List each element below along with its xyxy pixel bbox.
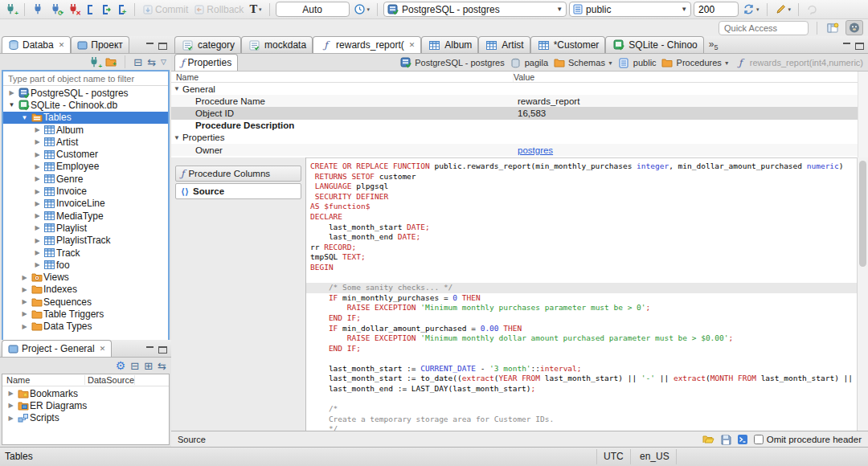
collapse-arrow-icon[interactable]: ▼ <box>171 134 182 141</box>
expand-all-icon[interactable]: ⊞ <box>144 361 153 371</box>
tab-project-general[interactable]: Project - General ✕ <box>2 340 112 357</box>
tree-item-track[interactable]: ▶Track <box>3 247 168 259</box>
expand-arrow-icon[interactable]: ▶ <box>19 298 30 305</box>
open-sql-script-button[interactable] <box>99 3 113 16</box>
side-tab-procedure-columns[interactable]: ƒProcedure Columns <box>175 166 301 182</box>
expand-arrow-icon[interactable]: ▶ <box>32 224 43 231</box>
quick-access-input[interactable] <box>719 21 809 35</box>
tab-database-navigator[interactable]: Databa ✕ <box>2 36 71 53</box>
maximize-icon[interactable] <box>158 43 167 50</box>
open-in-sql-console-icon[interactable] <box>737 434 748 445</box>
expand-arrow-icon[interactable]: ▶ <box>32 175 43 182</box>
commit-mode-combo[interactable]: Auto <box>276 2 350 17</box>
sql-editor-button[interactable] <box>84 3 96 16</box>
expand-arrow-icon[interactable]: ▶ <box>19 274 30 281</box>
tree-item-sequences[interactable]: ▶Sequences <box>3 296 168 308</box>
tree-item-artist[interactable]: ▶Artist <box>3 136 168 148</box>
expand-arrow-icon[interactable]: ▶ <box>32 200 43 207</box>
expand-arrow-icon[interactable]: ▶ <box>32 126 43 133</box>
tree-item-tables[interactable]: ▼Tables <box>3 112 168 124</box>
expand-arrow-icon[interactable]: ▶ <box>32 249 43 256</box>
expand-arrow-icon[interactable]: ▶ <box>6 415 16 422</box>
breadcrumb-item-public[interactable]: public <box>617 58 657 68</box>
lasso-button[interactable] <box>805 2 820 16</box>
editor-tab-sqlite-chinoo[interactable]: SQLite - Chinoo <box>605 36 703 53</box>
expand-arrow-icon[interactable]: ▶ <box>19 310 30 317</box>
tree-item-playlist[interactable]: ▶Playlist <box>3 222 168 234</box>
tree-item-data-types[interactable]: ▶Data Types <box>3 321 168 333</box>
close-icon[interactable]: ✕ <box>100 345 106 353</box>
dbeaver-perspective-button[interactable] <box>845 20 863 35</box>
load-from-file-icon[interactable] <box>702 434 714 444</box>
rollback-button[interactable]: Rollback <box>192 3 245 16</box>
expand-arrow-icon[interactable]: ▶ <box>6 89 17 96</box>
property-row-procedure-name[interactable]: Procedure Namerewards_report <box>171 95 868 107</box>
timezone-indicator[interactable]: UTC <box>596 449 631 464</box>
tree-item-sqlite-chinook-db[interactable]: ▼SQLite - Chinook.db <box>3 99 168 111</box>
omit-procedure-header-checkbox[interactable] <box>754 435 764 444</box>
expand-arrow-icon[interactable]: ▶ <box>32 163 43 170</box>
sync-button[interactable]: ▾ <box>741 2 761 16</box>
tree-item-postgresql-postgres[interactable]: ▶PostgreSQL - postgres <box>3 87 168 99</box>
tree-item-invoiceline[interactable]: ▶InvoiceLine <box>3 198 168 210</box>
tree-item-invoice[interactable]: ▶Invoice <box>3 185 168 197</box>
expand-arrow-icon[interactable]: ▶ <box>32 261 43 268</box>
close-icon[interactable]: ✕ <box>409 41 416 49</box>
new-connection-button[interactable]: + <box>3 2 18 16</box>
property-row-owner[interactable]: Ownerpostgres <box>171 144 868 156</box>
gear-icon[interactable]: ⚙ <box>116 360 126 371</box>
save-to-file-icon[interactable] <box>720 434 731 445</box>
tree-item-album[interactable]: ▶Album <box>3 124 168 136</box>
chevron-down-icon[interactable]: ▼ <box>608 60 613 66</box>
minimize-icon[interactable] <box>145 43 154 50</box>
tree-item-playlisttrack[interactable]: ▶PlaylistTrack <box>3 235 168 247</box>
tab-properties[interactable]: ƒ Properties <box>174 54 238 71</box>
collapse-arrow-icon[interactable]: ▼ <box>19 114 30 121</box>
scrollbar-thumb[interactable] <box>859 161 866 267</box>
tree-item-foo[interactable]: ▶foo <box>3 259 168 271</box>
owner-link[interactable]: postgres <box>518 145 553 155</box>
expand-arrow-icon[interactable]: ▶ <box>6 390 16 397</box>
properties-scrollbar[interactable] <box>858 72 868 157</box>
new-sql-editor-button[interactable]: + <box>115 3 129 16</box>
tree-item-mediatype[interactable]: ▶MediaType <box>3 210 168 222</box>
expand-arrow-icon[interactable]: ▶ <box>32 151 43 158</box>
close-icon[interactable]: ✕ <box>59 41 65 49</box>
maximize-icon[interactable] <box>158 346 167 354</box>
view-menu-icon[interactable]: ▽ <box>161 57 166 67</box>
tree-item-customer[interactable]: ▶Customer <box>3 148 168 160</box>
collapse-arrow-icon[interactable]: ▼ <box>171 85 182 92</box>
commit-button[interactable]: Commit <box>141 3 190 16</box>
expand-arrow-icon[interactable]: ▶ <box>19 286 30 293</box>
breadcrumb-item-postgresql-postgres[interactable]: PostgreSQL - postgres <box>399 57 504 68</box>
fetch-size-input[interactable] <box>694 2 739 17</box>
breadcrumb-item-schemas[interactable]: Schemas▼ <box>552 58 613 67</box>
expand-arrow-icon[interactable]: ▶ <box>32 237 43 244</box>
column-header-name[interactable]: Name <box>171 72 514 82</box>
source-viewer[interactable]: ▲▼ CREATE OR REPLACE FUNCTION public.rew… <box>306 157 857 431</box>
object-filter-input[interactable] <box>3 72 168 86</box>
property-row-object-id[interactable]: Object ID16,583 <box>171 107 868 119</box>
locale-indicator[interactable]: en_US <box>633 449 677 464</box>
collapse-all-icon[interactable]: ⊟ <box>133 57 142 67</box>
expand-arrow-icon[interactable]: ▶ <box>32 138 43 145</box>
source-scrollbar[interactable] <box>857 157 868 431</box>
minimize-icon[interactable] <box>145 346 154 354</box>
expand-arrow-icon[interactable]: ▶ <box>32 212 43 219</box>
side-tab-source[interactable]: ⟨⟩Source <box>175 183 301 199</box>
link-editor-icon[interactable]: ⇆ <box>147 57 156 67</box>
property-row-properties[interactable]: ▼Properties <box>171 132 868 144</box>
column-header-datasource[interactable]: DataSource <box>85 375 135 385</box>
chevron-down-icon[interactable]: ▼ <box>724 60 730 66</box>
breadcrumb-item-rewards-report-int4-numeric[interactable]: ƒrewards_report(int4,numeric) <box>734 58 863 67</box>
new-folder-icon[interactable]: + <box>105 57 117 67</box>
column-header-name[interactable]: Name <box>2 375 85 385</box>
tab-overflow-button[interactable]: »5 <box>704 39 723 53</box>
expand-arrow-icon[interactable]: ▶ <box>19 323 30 330</box>
disconnect-button[interactable]: ✕ <box>66 2 81 16</box>
new-connection-icon[interactable]: + <box>88 56 100 68</box>
editor-tab-artist[interactable]: Artist <box>478 36 530 53</box>
breadcrumb-item-procedures[interactable]: Procedures▼ <box>661 58 730 67</box>
project-item-scripts[interactable]: ▶Scripts <box>2 412 169 424</box>
editor-tab-rewards-report[interactable]: ƒrewards_report(✕ <box>313 36 421 53</box>
